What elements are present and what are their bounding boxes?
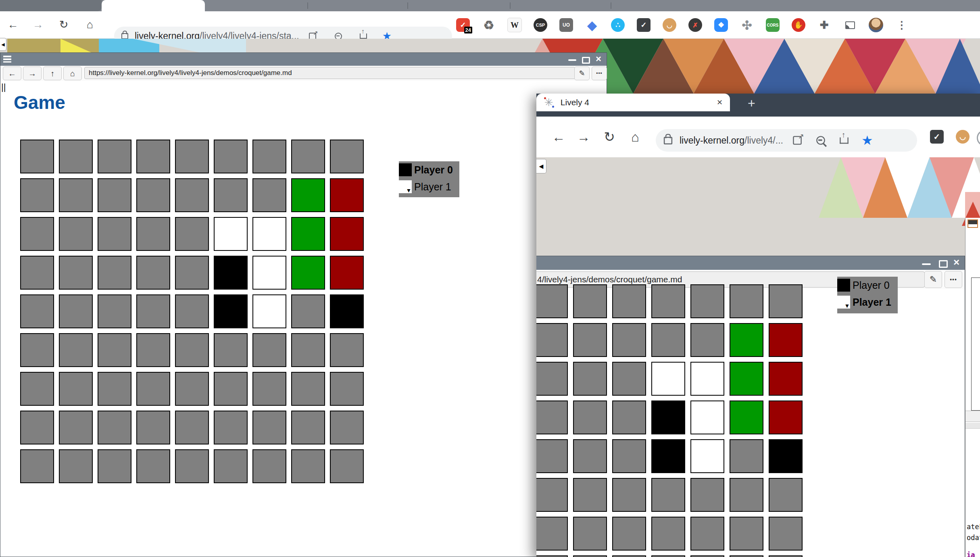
board-cell[interactable]: [769, 401, 803, 434]
board-cell[interactable]: [769, 439, 803, 473]
board-cell[interactable]: [612, 401, 646, 434]
board-cell[interactable]: [573, 439, 607, 473]
board-cell[interactable]: [730, 362, 763, 396]
board-cell[interactable]: [769, 478, 803, 512]
board-cell[interactable]: [536, 555, 568, 557]
board-cell[interactable]: [536, 401, 568, 434]
more-options-button[interactable]: •••: [945, 271, 962, 288]
board-cell[interactable]: [175, 217, 209, 251]
board-cell[interactable]: [136, 294, 170, 328]
board-cell[interactable]: [536, 439, 568, 473]
board-cell[interactable]: [536, 478, 568, 512]
board-cell[interactable]: [252, 140, 286, 173]
board-cell[interactable]: [330, 256, 364, 290]
board-cell[interactable]: [252, 294, 286, 328]
profile-avatar[interactable]: [868, 17, 884, 33]
board-cell[interactable]: [536, 284, 568, 318]
close-button[interactable]: ×: [596, 55, 601, 63]
board-cell[interactable]: [136, 333, 170, 367]
browser2-tab-active[interactable]: ✳ Lively 4 ✕: [536, 94, 730, 111]
board-cell[interactable]: [98, 178, 131, 212]
stop-hand-icon[interactable]: ✋: [790, 17, 807, 33]
board-cell[interactable]: [330, 411, 364, 444]
csp-disabled-icon[interactable]: CSP: [532, 17, 548, 33]
board-cell[interactable]: [59, 178, 93, 212]
board-cell[interactable]: [59, 140, 93, 173]
board-cell[interactable]: [690, 517, 724, 551]
board-cell[interactable]: [175, 372, 209, 406]
board-cell[interactable]: [769, 362, 803, 396]
board-cell[interactable]: [612, 284, 646, 318]
legend-row-player1[interactable]: ▼ Player 1: [399, 179, 459, 194]
home-button[interactable]: ⌂: [625, 117, 645, 157]
board-cell[interactable]: [769, 555, 803, 557]
kebab-menu-icon[interactable]: ⋮: [894, 17, 910, 33]
inbox-check-icon[interactable]: ✓: [930, 130, 944, 144]
board-cell[interactable]: [651, 439, 685, 473]
board-cell[interactable]: [330, 372, 364, 406]
board-cell[interactable]: [291, 372, 325, 406]
minimize-button[interactable]: [922, 263, 931, 265]
board-cell[interactable]: [175, 333, 209, 367]
board-cell[interactable]: [690, 323, 724, 357]
board-cell[interactable]: [291, 217, 325, 251]
board-cell[interactable]: [59, 411, 93, 444]
board-cell[interactable]: [20, 140, 54, 173]
board-cell[interactable]: [20, 372, 54, 406]
board-cell[interactable]: [536, 517, 568, 551]
share-nodes-icon[interactable]: ∴: [610, 17, 626, 33]
board-cell[interactable]: [651, 323, 685, 357]
legend-row-player0[interactable]: Player 0: [837, 278, 898, 292]
browser1-tab-inactive[interactable]: [0, 0, 102, 11]
board-cell[interactable]: [20, 217, 54, 251]
board-cell[interactable]: [252, 217, 286, 251]
open-in-window-icon[interactable]: [793, 136, 802, 145]
board-cell[interactable]: [59, 294, 93, 328]
board-cell[interactable]: [175, 178, 209, 212]
tab-close-icon[interactable]: ✕: [717, 98, 723, 107]
board-cell[interactable]: [214, 372, 248, 406]
board-cell[interactable]: [98, 294, 131, 328]
home-button[interactable]: ⌂: [82, 11, 98, 38]
board-cell[interactable]: [136, 217, 170, 251]
zoom-out-icon[interactable]: [816, 136, 825, 145]
lively2-titlebar[interactable]: ×: [536, 256, 965, 270]
sidebar-collapse-marker[interactable]: ◀: [536, 159, 546, 173]
lively-up-button[interactable]: ↑: [43, 67, 62, 80]
board-cell[interactable]: [730, 284, 763, 318]
board-cell[interactable]: [769, 517, 803, 551]
new-tab-button[interactable]: +: [748, 96, 755, 111]
lively-home-button[interactable]: ⌂: [63, 67, 82, 80]
board-cell[interactable]: [252, 372, 286, 406]
spinner-diamond-icon[interactable]: ◆: [584, 17, 600, 33]
board-cell[interactable]: [651, 362, 685, 396]
share-icon[interactable]: [840, 137, 849, 144]
recycle-icon[interactable]: ♻: [481, 17, 497, 33]
board-cell[interactable]: [175, 140, 209, 173]
more-options-button[interactable]: •••: [592, 67, 607, 80]
board-cell[interactable]: [573, 284, 607, 318]
board-cell[interactable]: [214, 178, 248, 212]
board-cell[interactable]: [214, 140, 248, 173]
board-cell[interactable]: [291, 140, 325, 173]
board-cell[interactable]: [98, 256, 131, 290]
board-cell[interactable]: [20, 256, 54, 290]
lively-forward-button[interactable]: →: [23, 67, 42, 80]
board-cell[interactable]: [573, 555, 607, 557]
clipped-profile-icon[interactable]: [977, 130, 980, 146]
sidebar-collapse-marker[interactable]: ◀: [0, 38, 6, 51]
board-cell[interactable]: [98, 449, 131, 483]
board-cell[interactable]: [690, 284, 724, 318]
zoom-camera-icon[interactable]: ❖: [713, 17, 729, 33]
board-cell[interactable]: [20, 294, 54, 328]
lively-url-field[interactable]: https://lively-kernel.org/lively4/lively…: [84, 67, 575, 79]
board-cell[interactable]: [330, 333, 364, 367]
board-cell[interactable]: [175, 294, 209, 328]
board-cell[interactable]: [330, 217, 364, 251]
face-emoji-icon[interactable]: ◡: [661, 17, 678, 33]
board-cell[interactable]: [136, 178, 170, 212]
forward-button[interactable]: →: [30, 11, 46, 38]
board-cell[interactable]: [59, 372, 93, 406]
board-cell[interactable]: [730, 439, 763, 473]
board-cell[interactable]: [536, 323, 568, 357]
